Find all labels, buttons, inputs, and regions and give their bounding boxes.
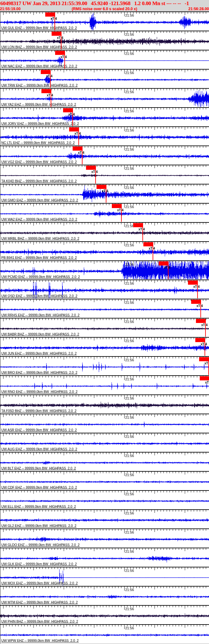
trace-panel[interactable]: 21:56 xT 4 UW YA2 EHZ -- 99999.0km BW HI…: [0, 88, 209, 107]
pick-flag[interactable]: xT 4: [191, 300, 201, 304]
minute-tick-label: 21:56: [125, 186, 134, 190]
minute-tick-label: 21:56: [125, 569, 134, 573]
minute-tick-label: 21:56: [125, 416, 134, 419]
trace-panel-list: 21:56 xT 4 UW GUL EHZ -- 99999.0km BW HI…: [0, 11, 209, 643]
trace-panel[interactable]: 21:56 xT 4 UW MOX EHZ -- 99999.0km BW HI…: [0, 567, 209, 586]
minute-tick-label: 21:56: [125, 224, 134, 228]
event-summary-line: 60498317 UW Jan 29, 2013 21:55:39.00 45.…: [0, 0, 209, 7]
pick-flag[interactable]: xT 4: [159, 261, 168, 266]
trace-panel[interactable]: 21:56 xT 4 UW ELL EHZ -- 99999.0km BW HI…: [0, 490, 209, 509]
pick-flag[interactable]: xT 4: [196, 319, 205, 323]
minute-tick-label: 21:56: [125, 396, 134, 400]
trace-panel[interactable]: 21:56 xT 4 UW CDF EHZ -- 99999.0km BW HI…: [0, 471, 209, 490]
pick-flag[interactable]: xT 4: [55, 51, 65, 55]
trace-panel[interactable]: 21:56 xT 4 UW AUG EHZ -- 99999.0km BW HI…: [0, 433, 209, 452]
trace-panel[interactable]: 21:56 xT 4 PB B941 EHZ -- 99999.0km BW H…: [0, 241, 209, 260]
pick-flag[interactable]: xT 4: [112, 204, 121, 208]
trace-panel[interactable]: 21:56 xT 4 UW MRBL BHZ -- 99999.0km BW H…: [0, 222, 209, 241]
trace-panel[interactable]: 21:56 xT 4 UW LON BHZ -- 99999.0km BW HI…: [0, 31, 209, 50]
station-label: UW MOX EHZ -- 99999.0km BW HIGHPASS 2.0 …: [1, 581, 78, 585]
station-label: UW RRHS EHZ -- 99999.0km BW HIGHPASS 2.0…: [1, 313, 80, 317]
station-label: UW PCMD EHZ -- 99999.0km BW HIGHPASS 2.0…: [1, 275, 80, 279]
time-window-line: 21:55:19.00 (RMS noise over 6.0 s scaled…: [0, 7, 209, 11]
station-label: UW MRBL BHZ -- 99999.0km BW HIGHPASS 2.0…: [1, 236, 79, 240]
station-label: UW NAC EHZ -- 99999.0km BW HIGHPASS 2.0 …: [1, 64, 77, 68]
trace-panel[interactable]: 21:56 xT 4 UW PHIN BHZ -- 99999.0km BW H…: [0, 605, 209, 624]
station-label: UW GL2 EHZ -- 99999.0km BW HIGHPASS 2.0 …: [1, 524, 76, 528]
minute-tick-label: 21:56: [125, 13, 134, 17]
station-label: UW WPW EHZ -- 99999.0km BW HIGHPASS 2.0 …: [1, 639, 79, 642]
trace-panel[interactable]: 21:56 xT 4 UW PCMD EHZ -- 99999.0km BW H…: [0, 260, 209, 280]
pick-flag[interactable]: xT 4: [45, 12, 55, 17]
station-label: UW CDF EHZ -- 99999.0km BW HIGHPASS 2.0 …: [1, 485, 77, 489]
trace-panel[interactable]: 21:56 xT 4 NC LTL EHZ -- 99999.0km BW HI…: [0, 126, 209, 146]
pick-flag[interactable]: xT 4: [195, 338, 205, 342]
pick-flag-label: xT 4: [149, 247, 155, 250]
station-label: UW GMO EHZ -- 99999.0km BW HIGHPASS 2.0 …: [1, 198, 78, 202]
trace-panel[interactable]: 21:56 xT 4 UW QSD EHZ -- 99999.0km BW HI…: [0, 280, 209, 299]
trace-panel[interactable]: 21:56 xT 4 TA K04D BHZ -- 99999.0km BW H…: [0, 165, 209, 184]
station-label: UW PHIN BHZ -- 99999.0km BW HIGHPASS 2.0…: [1, 619, 78, 623]
pick-flag-label: xT 4: [51, 17, 57, 20]
pick-flag[interactable]: xT 4: [97, 185, 106, 189]
pick-flag-label: xT 4: [68, 113, 75, 116]
pick-flag-label: xT 4: [197, 304, 203, 308]
pick-flag[interactable]: xT 4: [69, 127, 79, 131]
pick-flag[interactable]: xT 4: [63, 108, 73, 112]
trace-panel[interactable]: 21:56 xT 4 UW GMO EHZ -- 99999.0km BW HI…: [0, 184, 209, 203]
trace-panel[interactable]: 21:56 xT 4 UW NAC EHZ -- 99999.0km BW HI…: [0, 50, 209, 69]
pick-flag[interactable]: xT 4: [199, 357, 209, 361]
trace-panel[interactable]: 21:56 xT 4 UW JUN EHZ -- 99999.0km BW HI…: [0, 337, 209, 356]
trace-panel[interactable]: 21:56 xT 4 UW JORV EHZ -- 99999.0km BW H…: [0, 107, 209, 126]
trace-panel[interactable]: 21:56 xT 4 UW BABR BHZ -- 99999.0km BW H…: [0, 318, 209, 337]
minute-tick-label: 21:56: [125, 626, 134, 630]
pick-flag[interactable]: xT 4: [143, 242, 153, 246]
trace-panel[interactable]: 21:56 xT 4 UW RNO EHZ -- 99999.0km BW HI…: [0, 375, 209, 394]
trace-panel[interactable]: 21:56 xT 4 UW GLK EHZ -- 99999.0km BW HI…: [0, 548, 209, 567]
pick-flag-label: xT 4: [205, 362, 209, 365]
trace-panel[interactable]: 21:56 xT 4 UW RRHS EHZ -- 99999.0km BW H…: [0, 299, 209, 318]
trace-panel[interactable]: 21:56 xT 4 UW MTM EHZ -- 99999.0km BW HI…: [0, 586, 209, 605]
station-label: PB B941 EHZ -- 99999.0km BW HIGHPASS 2.0…: [1, 256, 77, 259]
minute-tick-label: 21:56: [125, 454, 134, 458]
pick-flag[interactable]: xT 4: [52, 32, 61, 36]
minute-tick-label: 21:56: [125, 588, 134, 592]
trace-panel[interactable]: 21:56 xT 4 UW ASR EHZ -- 99999.0km BW HI…: [0, 414, 209, 433]
minute-tick-label: 21:56: [125, 530, 134, 534]
pick-flag-label: xT 4: [61, 55, 67, 59]
trace-panel[interactable]: 21:56 xT 4 UW WA2 EHZ -- 99999.0km BW HI…: [0, 203, 209, 222]
station-label: UW ELL EHZ -- 99999.0km BW HIGHPASS 2.0 …: [1, 505, 76, 508]
pick-flag[interactable]: xT 4: [200, 376, 209, 380]
trace-panel[interactable]: 21:56 xT 4 TA F05D BHZ -- 99999.0km BW H…: [0, 394, 209, 414]
minute-tick-label: 21:56: [125, 33, 134, 36]
pick-flag[interactable]: xT 4: [41, 70, 50, 74]
trace-panel[interactable]: 21:56 xT 4 UW GL2 EHZ -- 99999.0km BW HI…: [0, 509, 209, 528]
pick-flag-label: xT 4: [46, 74, 53, 78]
trace-panel[interactable]: 21:56 xT 4 UW GUL EHZ -- 99999.0km BW HI…: [0, 11, 209, 31]
pick-flag[interactable]: xT 4: [73, 146, 82, 151]
pick-flag[interactable]: xT 4: [41, 89, 51, 93]
minute-tick-label: 21:56: [125, 262, 134, 266]
station-label: UW QSD EHZ -- 99999.0km BW HIGHPASS 2.0 …: [1, 294, 77, 298]
trace-panel[interactable]: 21:56 xT 4 UW BLT EHZ -- 99999.0km BW HI…: [0, 452, 209, 471]
minute-tick-label: 21:56: [125, 492, 134, 496]
pick-flag[interactable]: xT 4: [86, 166, 96, 170]
trace-panel[interactable]: 21:56 xT 4 UW GLDO EHZ -- 99999.0km BW H…: [0, 528, 209, 548]
pick-flag-label: xT 4: [57, 36, 63, 40]
pick-flag-label: xT 4: [164, 266, 170, 269]
minute-tick-label: 21:56: [125, 320, 134, 324]
trace-panel[interactable]: 21:56 xT 4 UW TRW EHZ -- 99999.0km BW HI…: [0, 69, 209, 88]
station-label: UW YA2 EHZ -- 99999.0km BW HIGHPASS 2.0 …: [1, 102, 76, 106]
station-label: UW LON BHZ -- 99999.0km BW HIGHPASS 2.0 …: [1, 45, 77, 49]
station-label: TA F05D BHZ -- 99999.0km BW HIGHPASS 2.0…: [1, 409, 76, 413]
scaling-note: (RMS noise over 6.0 s scaled 20.0 x): [72, 7, 137, 11]
minute-tick-label: 21:56: [125, 52, 134, 56]
pick-flag[interactable]: xT 4: [188, 281, 198, 285]
minute-tick-label: 21:56: [125, 281, 134, 285]
trace-panel[interactable]: 21:56 xT 4 UW BRO EHZ -- 99999.0km BW HI…: [0, 356, 209, 375]
minute-tick-label: 21:56: [125, 147, 134, 151]
pick-flag[interactable]: xT 4: [133, 223, 143, 227]
window-end-time: 21:56:28.00: [188, 7, 209, 11]
trace-panel[interactable]: 21:56 xT 4 UW VG2 EHZ -- 99999.0km BW HI…: [0, 146, 209, 165]
trace-panel[interactable]: 21:56 xT 4 UW WPW EHZ -- 99999.0km BW HI…: [0, 624, 209, 643]
